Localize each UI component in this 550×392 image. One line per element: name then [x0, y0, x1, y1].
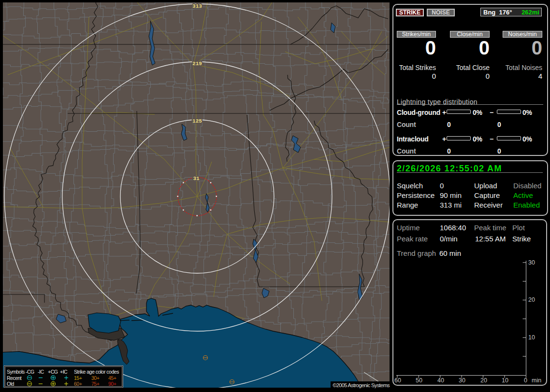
svg-text:60: 60: [394, 377, 401, 384]
svg-text:20: 20: [528, 296, 535, 303]
svg-text:50: 50: [416, 377, 422, 384]
svg-text:313: 313: [192, 3, 202, 9]
svg-text:10: 10: [502, 377, 508, 384]
svg-text:min: min: [532, 377, 541, 384]
svg-text:10: 10: [528, 334, 535, 341]
svg-text:30: 30: [459, 377, 465, 384]
svg-text:40: 40: [437, 377, 444, 384]
svg-text:31: 31: [193, 176, 200, 182]
svg-text:125: 125: [192, 118, 202, 124]
svg-text:20: 20: [480, 377, 487, 384]
svg-text:219: 219: [192, 61, 202, 67]
svg-text:30: 30: [528, 259, 535, 266]
svg-text:0: 0: [524, 377, 527, 384]
